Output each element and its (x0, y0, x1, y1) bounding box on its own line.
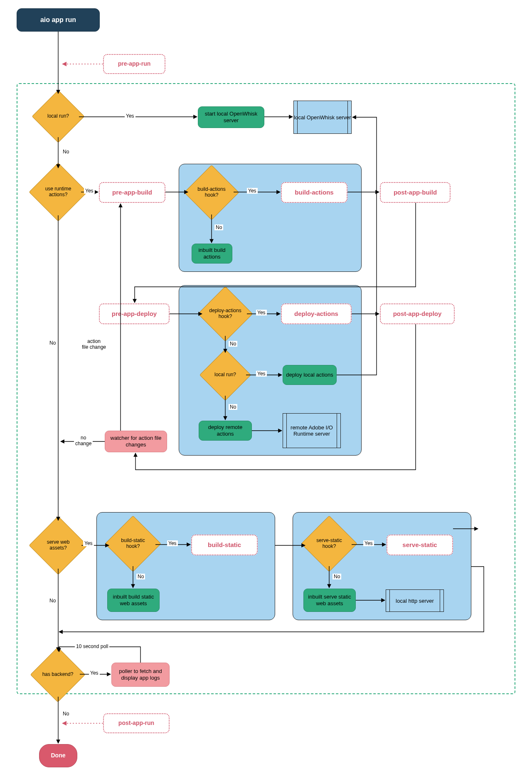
decision-has-backend: has backend? (38, 655, 77, 694)
label-localrun-no: No (62, 149, 70, 155)
label-deployhook-yes: Yes (256, 310, 267, 316)
label-hasbackend-no: No (62, 711, 70, 717)
label-buildhook-yes: Yes (247, 188, 258, 194)
label-no-change: no change (74, 435, 93, 447)
action-start-local-openwhisk: start local OpenWhisk server (198, 106, 264, 128)
hook-build-actions: build-actions (281, 182, 347, 203)
hook-serve-static: serve-static (387, 535, 453, 555)
server-local-http: local http server (386, 589, 444, 612)
label-servestatic-yes: Yes (363, 540, 374, 546)
decision-serve-static-hook: serve-static hook? (309, 524, 349, 564)
action-inbuilt-build-static: inbuilt build static web assets (107, 589, 160, 612)
hook-post-app-deploy: post-app-deploy (380, 303, 455, 324)
decision-deploy-actions-hook: deploy-actions hook? (206, 294, 245, 333)
hook-pre-app-run: pre-app-run (103, 54, 165, 74)
label-buildhook-no: No (214, 224, 223, 230)
action-deploy-local-actions: deploy local actions (283, 365, 337, 385)
label-buildstatic-no: No (136, 574, 145, 579)
action-poller: poller to fetch and display app logs (111, 663, 170, 687)
hook-pre-app-build: pre-app-build (99, 182, 165, 203)
label-deployhook-no: No (229, 341, 237, 347)
label-action-file-change: action file change (81, 338, 107, 350)
decision-build-static-hook: build-static hook? (113, 524, 153, 564)
hook-build-static: build-static (191, 535, 258, 555)
hook-pre-app-deploy: pre-app-deploy (99, 303, 170, 324)
hook-deploy-actions: deploy-actions (281, 303, 352, 324)
label-runtime-yes: Yes (84, 188, 95, 194)
decision-build-actions-hook: build-actions hook? (192, 173, 231, 212)
label-localrun2-yes: Yes (256, 371, 267, 377)
label-10s-poll: 10 second poll (75, 643, 109, 649)
hook-post-app-run: post-app-run (103, 713, 170, 733)
decision-use-runtime-actions: use runtime actions? (37, 171, 79, 213)
flowchart-canvas: aio app run pre-app-run local run? start… (0, 0, 532, 774)
label-runtime-no: No (48, 340, 57, 346)
action-inbuilt-build-actions: inbuilt build actions (192, 244, 232, 264)
decision-local-run: local run? (39, 98, 77, 135)
start-node: aio app run (17, 8, 100, 32)
label-localrun2-no: No (229, 404, 237, 410)
label-serveweb-yes: Yes (83, 540, 94, 546)
decision-serve-web-assets: serve web assets? (37, 525, 79, 566)
label-buildstatic-yes: Yes (167, 540, 178, 546)
label-serveweb-no: No (48, 598, 57, 604)
action-inbuilt-serve-static: inbuilt serve static web assets (303, 589, 356, 612)
server-remote-adobe-runtime: remote Adobe I/O Runtime server (283, 413, 341, 448)
done-node: Done (39, 744, 77, 767)
action-deploy-remote-actions: deploy remote actions (199, 421, 252, 441)
hook-post-app-build: post-app-build (380, 182, 451, 203)
server-local-openwhisk: local OpenWhisk server (293, 101, 352, 134)
label-hasbackend-yes: Yes (89, 670, 100, 676)
decision-local-run-2: local run? (207, 357, 244, 393)
label-servestatic-no: No (332, 574, 341, 579)
label-localrun-yes: Yes (125, 113, 135, 119)
action-watcher: watcher for action file changes (105, 431, 167, 452)
